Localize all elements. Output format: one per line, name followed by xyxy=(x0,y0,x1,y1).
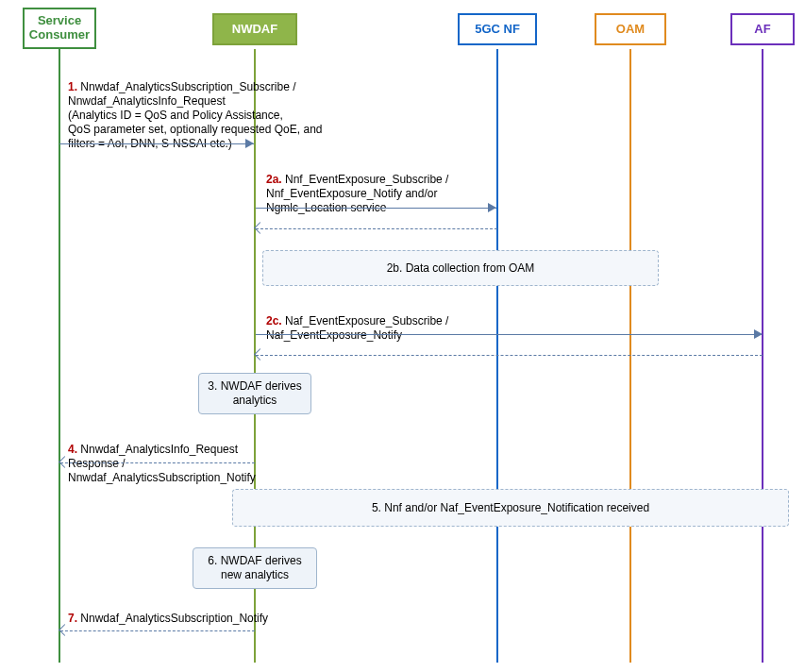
step-2c-num: 2c. xyxy=(266,314,282,328)
arrow-7-head xyxy=(59,624,71,636)
arrow-1-head xyxy=(245,139,254,148)
step-7-num: 7. xyxy=(68,612,77,625)
msg-2c-label: 2c. Naf_EventExposure_Subscribe / Naf_Ev… xyxy=(266,300,483,343)
lifeline-oam xyxy=(629,49,631,663)
actor-oam: OAM xyxy=(595,13,666,45)
step-6-num: 6. xyxy=(208,554,217,567)
arrow-2c-return-head xyxy=(254,348,266,361)
actor-nwdaf: NWDAF xyxy=(212,13,297,45)
step-6-text: NWDAF derives new analytics xyxy=(217,554,301,581)
arrow-2a xyxy=(256,208,496,209)
box-6: 6. NWDAF derives new analytics xyxy=(193,547,317,589)
arrow-2a-return-head xyxy=(254,222,266,234)
step-2b-text: Data collection from OAM xyxy=(402,261,534,275)
step-1-num: 1. xyxy=(68,80,77,93)
step-7-text: Nnwdaf_AnalyticsSubscription_Notify xyxy=(77,612,268,625)
arrow-2c-head xyxy=(754,329,763,339)
actor-service-consumer: Service Consumer xyxy=(23,8,96,49)
msg-7-label: 7. Nnwdaf_AnalyticsSubscription_Notify xyxy=(68,612,276,626)
step-1-text: Nnwdaf_AnalyticsSubscription_Subscribe /… xyxy=(68,80,323,150)
arrow-2a-head xyxy=(488,203,496,212)
lifeline-af xyxy=(762,49,763,663)
step-5-text: Nnf and/or Naf_EventExposure_Notificatio… xyxy=(381,501,649,514)
step-2a-num: 2a. xyxy=(266,173,282,186)
msg-2a-label: 2a. Nnf_EventExposure_Subscribe / Nnf_Ev… xyxy=(266,159,483,215)
arrow-1 xyxy=(59,143,254,144)
msg-4-label: 4. Nnwdaf_AnalyticsInfo_Request Response… xyxy=(68,428,266,485)
step-4-text: Nnwdaf_AnalyticsInfo_Request Response / … xyxy=(68,443,256,484)
arrow-7 xyxy=(60,630,255,631)
lifeline-consumer xyxy=(59,49,60,663)
arrow-4 xyxy=(60,462,255,463)
box-2b: 2b. Data collection from OAM xyxy=(262,250,659,286)
step-2c-text: Naf_EventExposure_Subscribe / Naf_EventE… xyxy=(266,314,448,342)
lifeline-5gc xyxy=(496,49,498,663)
arrow-2c-return xyxy=(256,355,763,356)
actor-af: AF xyxy=(730,13,795,45)
actor-5gc-nf: 5GC NF xyxy=(458,13,537,45)
step-5-num: 5. xyxy=(372,501,381,514)
step-4-num: 4. xyxy=(68,443,77,456)
arrow-2a-return xyxy=(256,228,497,229)
msg-1-label: 1. Nnwdaf_AnalyticsSubscription_Subscrib… xyxy=(68,66,323,151)
box-3: 3. NWDAF derives analytics xyxy=(198,373,311,414)
sequence-diagram: Service Consumer NWDAF 5GC NF OAM AF 1. … xyxy=(0,0,805,672)
step-3-text: NWDAF derives analytics xyxy=(217,379,301,407)
step-3-num: 3. xyxy=(208,379,217,393)
arrow-2c xyxy=(256,334,762,335)
step-2b-num: 2b. xyxy=(387,261,403,275)
box-5: 5. Nnf and/or Naf_EventExposure_Notifica… xyxy=(232,489,789,527)
